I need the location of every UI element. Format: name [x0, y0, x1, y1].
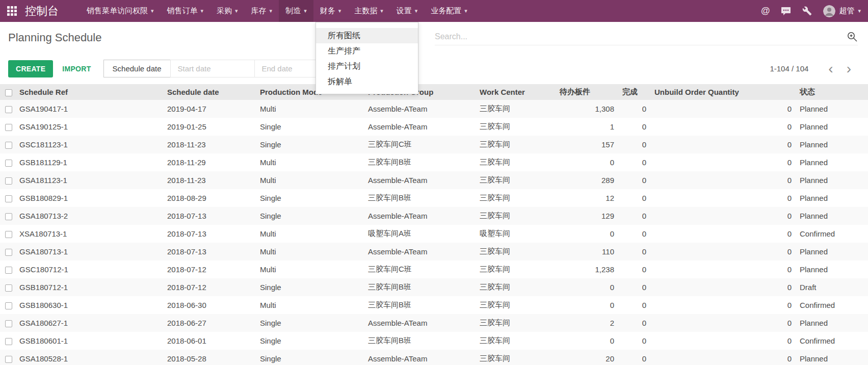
nav-menu-2[interactable]: 采购▾ [210, 0, 245, 22]
nav-menu-1[interactable]: 销售订单▾ [161, 0, 211, 22]
chevron-down-icon: ▾ [464, 8, 467, 14]
messages-icon[interactable] [781, 7, 791, 16]
table-row[interactable]: GSA180528-12018-05-28SingleAssemble-ATea… [0, 350, 868, 365]
app-brand-title[interactable]: 控制台 [25, 4, 59, 19]
row-checkbox[interactable] [5, 124, 12, 131]
row-checkbox-cell [0, 350, 15, 365]
select-all-checkbox[interactable] [5, 89, 12, 96]
table-row[interactable]: GSA181123-12018-11-23MultiAssemble-ATeam… [0, 171, 868, 189]
cell-work_center: 三胶车间 [476, 171, 556, 189]
cell-ref: GSB181129-1 [15, 153, 163, 171]
cell-pending: 289 [556, 171, 618, 189]
cell-state: Planned [796, 207, 868, 225]
cell-pending: 0 [556, 332, 618, 350]
cell-state: Confirmed [796, 225, 868, 243]
row-checkbox[interactable] [5, 160, 12, 167]
mentions-icon[interactable]: @ [761, 6, 770, 16]
dropdown-item-3[interactable]: 拆解单 [316, 74, 418, 89]
row-checkbox-cell [0, 332, 15, 350]
row-checkbox[interactable] [5, 302, 12, 309]
dropdown-item-2[interactable]: 排产计划 [316, 59, 418, 74]
table-row[interactable]: GSB180829-12018-08-29Single三胶车间B班三胶车间120… [0, 189, 868, 207]
cell-state: Confirmed [796, 332, 868, 350]
schedule-date-filter-button[interactable]: Schedule date [103, 60, 171, 77]
row-checkbox-cell [0, 136, 15, 153]
nav-menu-5[interactable]: 财务▾ [313, 0, 348, 22]
start-date-input[interactable]: Start date [170, 60, 255, 77]
nav-menu-label: 采购 [217, 6, 232, 16]
nav-menu-3[interactable]: 库存▾ [245, 0, 279, 22]
search-input[interactable] [435, 32, 847, 41]
row-checkbox[interactable] [5, 142, 12, 149]
row-checkbox[interactable] [5, 195, 12, 202]
nav-menu-label: 设置 [397, 6, 412, 16]
cell-state: Planned [796, 118, 868, 136]
nav-menu-label: 业务配置 [431, 6, 461, 16]
row-checkbox[interactable] [5, 249, 12, 256]
table-row[interactable]: GSC180712-12018-07-12Multi三胶车间C班三胶车间1,23… [0, 260, 868, 278]
nav-menu-6[interactable]: 主数据▾ [348, 0, 390, 22]
user-name: 超管 [839, 6, 854, 16]
cell-pending: 110 [556, 243, 618, 260]
table-row[interactable]: GSA180713-22018-07-13SingleAssemble-ATea… [0, 207, 868, 225]
cell-state: Planned [796, 171, 868, 189]
chevron-down-icon: ▾ [270, 8, 273, 14]
dropdown-item-0[interactable]: 所有图纸 [316, 28, 418, 43]
table-row[interactable]: GSB180601-12018-06-01Single三胶车间B班三胶车间000… [0, 332, 868, 350]
row-checkbox[interactable] [5, 284, 12, 292]
cell-group: 三胶车间C班 [364, 260, 476, 278]
row-checkbox[interactable] [5, 177, 12, 185]
nav-menu-label: 制造 [285, 6, 301, 16]
column-header-0[interactable]: Schedule Ref [15, 84, 163, 100]
table-row[interactable]: GSB180712-12018-07-12Single三胶车间B班三胶车间000… [0, 278, 868, 296]
cell-work_center: 三胶车间 [476, 136, 556, 153]
row-checkbox-cell [0, 189, 15, 207]
pager-next-button[interactable]: › [840, 64, 858, 74]
column-header-8[interactable]: 状态 [796, 84, 868, 100]
table-row[interactable]: GSA180627-12018-06-27SingleAssemble-ATea… [0, 314, 868, 332]
page-title: Planning Schedule [8, 31, 101, 44]
nav-menu-7[interactable]: 设置▾ [390, 0, 425, 22]
wrench-icon[interactable] [802, 6, 812, 16]
create-button[interactable]: CREATE [8, 60, 53, 77]
table-row[interactable]: GSA180713-12018-07-13MultiAssemble-ATeam… [0, 243, 868, 260]
pager-previous-button[interactable]: ‹ [822, 64, 839, 74]
import-button[interactable]: IMPORT [62, 65, 91, 73]
cell-date: 2018-05-28 [163, 350, 256, 365]
row-checkbox[interactable] [5, 106, 12, 113]
search-icon[interactable] [847, 31, 858, 42]
cell-work_center: 三胶车间 [476, 350, 556, 365]
table-row[interactable]: GSB180630-12018-06-30Multi三胶车间B班三胶车间000C… [0, 296, 868, 314]
column-header-7[interactable]: Unbuild Order Quantity [650, 84, 796, 100]
table-row[interactable]: XSA180713-12018-07-13Multi吸塑车间A班吸塑车间000C… [0, 225, 868, 243]
row-checkbox[interactable] [5, 338, 12, 345]
cell-group: Assemble-ATeam [364, 171, 476, 189]
nav-menu-0[interactable]: 销售菜单访问权限▾ [80, 0, 161, 22]
row-checkbox[interactable] [5, 320, 12, 327]
nav-menu-8[interactable]: 业务配置▾ [424, 0, 474, 22]
cell-pending: 0 [556, 278, 618, 296]
apps-grid-icon[interactable] [7, 6, 17, 16]
cell-mode: Single [256, 350, 364, 365]
nav-menu-4[interactable]: 制造▾ [279, 0, 313, 22]
table-row[interactable]: GSB181129-12018-11-29Multi三胶车间B班三胶车间000P… [0, 153, 868, 171]
cell-pending: 0 [556, 153, 618, 171]
row-checkbox[interactable] [5, 231, 12, 238]
column-header-1[interactable]: Schedule date [163, 84, 256, 100]
row-checkbox[interactable] [5, 213, 12, 220]
cell-ref: GSC181123-1 [15, 136, 163, 153]
column-header-5[interactable]: 待办板件 [556, 84, 618, 100]
cell-done: 0 [618, 296, 650, 314]
row-checkbox[interactable] [5, 267, 12, 274]
column-header-6[interactable]: 完成 [618, 84, 650, 100]
table-row[interactable]: GSC181123-12018-11-23Single三胶车间C班三胶车间157… [0, 136, 868, 153]
user-menu[interactable]: 超管 ▾ [823, 5, 861, 17]
navbar-right: @ 超管 ▾ [761, 5, 861, 17]
dropdown-item-1[interactable]: 生产排产 [316, 43, 418, 59]
column-header-4[interactable]: Work Center [476, 84, 556, 100]
cell-ref: GSA180713-1 [15, 243, 163, 260]
table-row[interactable]: GSA190417-12019-04-17MultiAssemble-ATeam… [0, 100, 868, 118]
row-checkbox[interactable] [5, 356, 12, 363]
table-row[interactable]: GSA190125-12019-01-25SingleAssemble-ATea… [0, 118, 868, 136]
cell-done: 0 [618, 314, 650, 332]
